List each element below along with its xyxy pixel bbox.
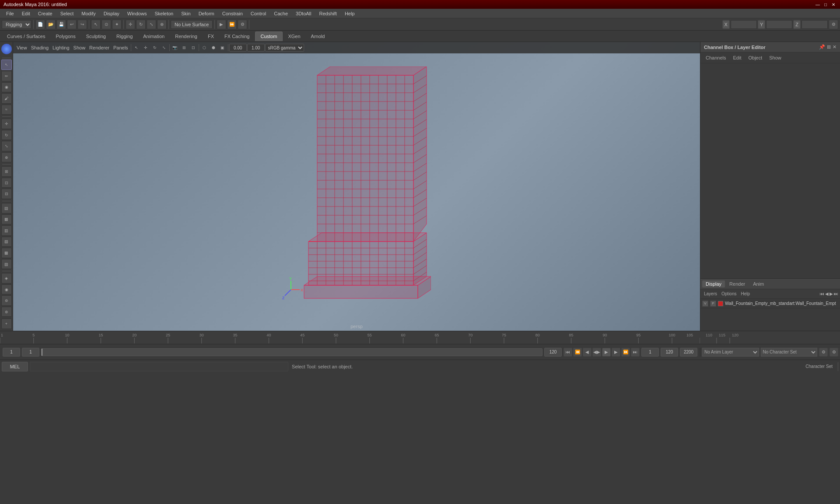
ipr-render-button[interactable]: ⏩ — [227, 20, 237, 29]
vp-gamma-dropdown[interactable]: sRGB gamma — [265, 44, 304, 52]
select-mode-button[interactable]: ↖ — [1, 60, 12, 70]
layout-button-5[interactable]: ▩ — [1, 248, 12, 258]
vp-grid-btn[interactable]: ⊞ — [180, 43, 189, 52]
cb-tab-object[interactable]: Object — [746, 54, 764, 61]
layout-button-6[interactable]: ▨ — [1, 259, 12, 270]
menu-deform[interactable]: Deform — [195, 10, 218, 17]
brush-tool-button[interactable]: 🖌 — [1, 93, 12, 104]
vp-value1-input[interactable] — [229, 44, 247, 52]
next-frame-button[interactable]: ⏩ — [621, 348, 630, 357]
menu-cache[interactable]: Cache — [270, 10, 291, 17]
layer-last-button[interactable]: ⏭ — [834, 291, 838, 296]
extra-button-2[interactable]: ◉ — [1, 284, 12, 295]
vp-shaded-btn[interactable]: ⬢ — [209, 43, 218, 52]
layer-next-button[interactable]: ▶ — [830, 291, 833, 296]
tab-animation[interactable]: Animation — [138, 32, 170, 41]
menu-file[interactable]: File — [3, 10, 18, 17]
relax-tool-button[interactable]: ≈ — [1, 105, 12, 115]
tab-fx-caching[interactable]: FX Caching — [219, 32, 255, 41]
tab-arnold[interactable]: Arnold — [306, 32, 330, 41]
layout-button-2[interactable]: ▦ — [1, 214, 12, 225]
range-start-input[interactable] — [3, 348, 20, 357]
layer-item[interactable]: V P Wall_Fountain_Empty_mb_standart:Wall… — [700, 299, 840, 308]
anim-layer-dropdown[interactable]: No Anim Layer — [702, 348, 759, 357]
start-frame-input-2[interactable] — [641, 348, 659, 357]
snap-to-grid-button[interactable]: ⊞ — [1, 166, 12, 177]
undo-button[interactable]: ↩ — [67, 20, 77, 29]
le-tab-anim[interactable]: Anim — [749, 280, 767, 287]
transform-settings-button[interactable]: ⚙ — [829, 20, 838, 29]
cb-tab-channels[interactable]: Channels — [704, 54, 728, 61]
vp-textured-btn[interactable]: ▣ — [218, 43, 227, 52]
maximize-button[interactable]: □ — [822, 1, 829, 7]
cb-tab-show[interactable]: Show — [767, 54, 783, 61]
redo-button[interactable]: ↪ — [77, 20, 87, 29]
tab-rigging[interactable]: Rigging — [111, 32, 138, 41]
view-menu[interactable]: View — [15, 45, 29, 50]
translate-button[interactable]: ✛ — [1, 119, 12, 129]
next-key-button[interactable]: ▶ — [612, 348, 620, 357]
vp-select-btn[interactable]: ↖ — [132, 43, 141, 52]
menu-edit[interactable]: Edit — [18, 10, 34, 17]
tab-xgen[interactable]: XGen — [283, 32, 305, 41]
layer-first-button[interactable]: ⏮ — [820, 291, 824, 296]
tab-custom[interactable]: Custom — [255, 32, 283, 41]
close-button[interactable]: ✕ — [830, 1, 836, 7]
extra-button-4[interactable]: ⊛ — [1, 307, 12, 317]
tab-polygons[interactable]: Polygons — [50, 32, 80, 41]
scale-tool-button[interactable]: ⤡ — [147, 20, 156, 29]
le-tab-render[interactable]: Render — [726, 280, 749, 287]
vp-wireframe-btn[interactable]: ⬡ — [200, 43, 209, 52]
play-forward-button[interactable]: ▶ — [602, 348, 611, 357]
z-input[interactable] — [802, 20, 828, 29]
no-live-surface-label[interactable]: No Live Surface — [171, 20, 213, 29]
rigging-dropdown[interactable]: Rigging — [2, 20, 32, 29]
menu-select[interactable]: Select — [57, 10, 77, 17]
panels-menu[interactable]: Panels — [112, 45, 130, 50]
timeline-scrub-bar[interactable] — [41, 348, 542, 356]
lighting-menu[interactable]: Lighting — [51, 45, 71, 50]
y-input[interactable] — [766, 20, 792, 29]
snap-to-point-button[interactable]: ⊡ — [1, 178, 12, 188]
extra-button-1[interactable]: ◈ — [1, 273, 12, 284]
cb-tab-edit[interactable]: Edit — [731, 54, 743, 61]
layout-button-4[interactable]: ▧ — [1, 237, 12, 247]
menu-skin[interactable]: Skin — [178, 10, 194, 17]
timeline[interactable]: 1 5 10 15 20 25 30 — [0, 331, 840, 344]
menu-3dtall[interactable]: 3DtoAll — [292, 10, 315, 17]
help-menu[interactable]: Help — [739, 291, 752, 296]
current-frame-input[interactable] — [22, 348, 39, 357]
menu-control[interactable]: Control — [247, 10, 270, 17]
anim-end-input[interactable] — [680, 348, 697, 357]
go-to-end-button[interactable]: ⏭ — [631, 348, 640, 357]
tab-sculpting[interactable]: Sculpting — [81, 32, 111, 41]
vp-snap-btn[interactable]: ⊡ — [189, 43, 198, 52]
new-scene-button[interactable]: 📄 — [35, 20, 45, 29]
menu-modify[interactable]: Modify — [78, 10, 99, 17]
char-set-settings-button[interactable]: ⚙ — [830, 348, 838, 357]
shading-menu[interactable]: Shading — [29, 45, 50, 50]
channel-box-expand-button[interactable]: ⊞ — [827, 44, 831, 50]
vp-camera-btn[interactable]: 📷 — [171, 43, 179, 52]
scale-button[interactable]: ⤡ — [1, 141, 12, 151]
show-menu[interactable]: Show — [72, 45, 88, 50]
title-bar-controls[interactable]: — □ ✕ — [815, 1, 836, 7]
tab-curves-surfaces[interactable]: Curves / Surfaces — [2, 32, 50, 41]
extra-button-3[interactable]: ⊚ — [1, 295, 12, 306]
move-tool-button[interactable]: ✛ — [126, 20, 135, 29]
layer-playback-btn[interactable]: P — [710, 301, 716, 307]
snap-to-edge-button[interactable]: ⊟ — [1, 189, 12, 199]
render-button[interactable]: ▶ — [217, 20, 226, 29]
renderer-menu[interactable]: Renderer — [88, 45, 111, 50]
vp-value2-input[interactable] — [247, 44, 265, 52]
mel-python-toggle[interactable]: MEL — [2, 362, 28, 371]
le-tab-display[interactable]: Display — [702, 280, 725, 287]
menu-create[interactable]: Create — [35, 10, 56, 17]
layout-button-3[interactable]: ▥ — [1, 225, 12, 236]
universal-tool-button[interactable]: ⊕ — [157, 20, 167, 29]
select-tool-button[interactable]: ↖ — [91, 20, 101, 29]
go-to-start-button[interactable]: ⏮ — [564, 348, 572, 357]
x-input[interactable] — [731, 20, 757, 29]
rotate-button[interactable]: ↻ — [1, 130, 12, 140]
layer-color-swatch[interactable] — [718, 301, 723, 306]
